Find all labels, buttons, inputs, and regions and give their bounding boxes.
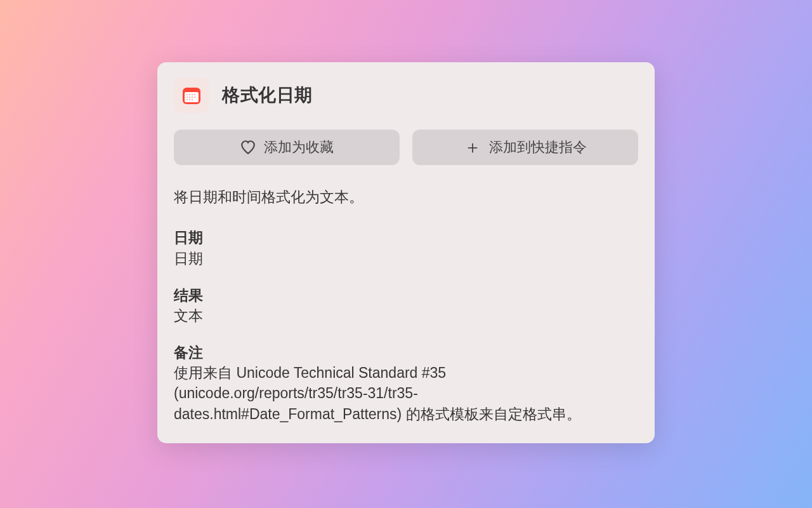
- notes-section-label: 备注: [174, 342, 638, 363]
- action-buttons-row: 添加为收藏 ＋ 添加到快捷指令: [174, 130, 638, 165]
- action-title: 格式化日期: [222, 83, 313, 107]
- add-favorite-label: 添加为收藏: [264, 138, 334, 157]
- action-detail-card: 格式化日期 添加为收藏 ＋ 添加到快捷指令 将日期和时间格式化为文本。 日期 日…: [157, 62, 655, 443]
- card-header: 格式化日期: [174, 77, 638, 113]
- action-icon-container: [174, 77, 209, 113]
- plus-icon: ＋: [464, 138, 481, 156]
- notes-section: 备注 使用来自 Unicode Technical Standard #35 (…: [174, 342, 638, 424]
- notes-section-value: 使用来自 Unicode Technical Standard #35 (uni…: [174, 363, 638, 424]
- date-section-label: 日期: [174, 227, 638, 248]
- result-section-label: 结果: [174, 285, 638, 305]
- add-shortcut-button[interactable]: ＋ 添加到快捷指令: [412, 130, 638, 165]
- result-section: 结果 文本: [174, 285, 638, 326]
- heart-icon: [240, 139, 256, 156]
- result-section-value: 文本: [174, 305, 638, 326]
- add-shortcut-label: 添加到快捷指令: [489, 138, 587, 157]
- date-section: 日期 日期: [174, 227, 638, 268]
- calendar-icon: [181, 84, 202, 106]
- add-favorite-button[interactable]: 添加为收藏: [174, 130, 400, 165]
- action-description: 将日期和时间格式化为文本。: [174, 187, 638, 207]
- date-section-value: 日期: [174, 248, 638, 269]
